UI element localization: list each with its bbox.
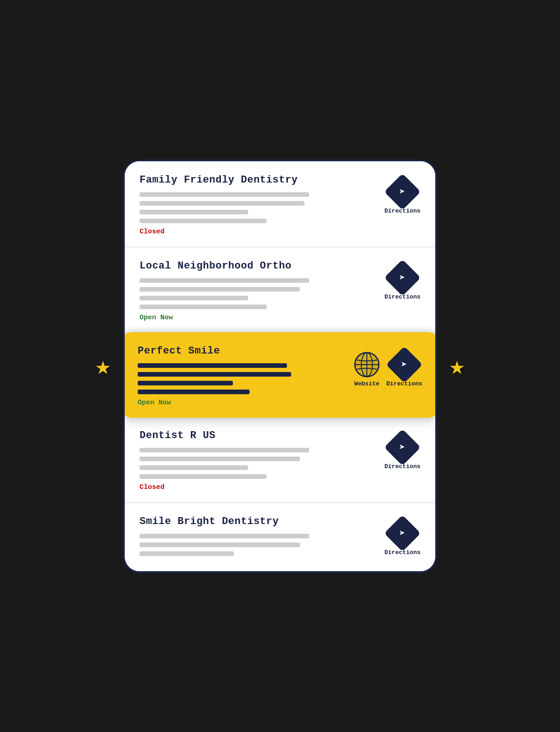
listing-item: Dentist R US Closed Directions xyxy=(125,417,435,503)
directions-button[interactable]: Directions xyxy=(384,520,420,556)
listing-actions: Directions xyxy=(384,520,420,556)
status-badge: Open Now xyxy=(140,314,375,322)
listing-content: Perfect Smile Open Now xyxy=(138,345,345,407)
website-icon xyxy=(354,352,380,378)
status-badge: Closed xyxy=(140,483,375,491)
info-line xyxy=(138,372,291,377)
info-line xyxy=(140,278,309,283)
website-label: Website xyxy=(354,380,380,387)
directions-button[interactable]: Directions xyxy=(386,352,422,387)
directions-icon xyxy=(386,346,422,383)
info-line xyxy=(138,381,233,385)
star-right-icon: ★ xyxy=(449,350,465,382)
listing-title: Perfect Smile xyxy=(138,345,345,357)
listing-item: Smile Bright Dentistry Directions xyxy=(125,503,435,571)
listing-item: Local Neighborhood Ortho Open Now Direct… xyxy=(125,247,435,333)
info-line xyxy=(140,296,248,300)
directions-icon xyxy=(384,515,420,551)
info-line xyxy=(140,219,267,223)
info-line xyxy=(140,210,248,214)
star-left-icon: ★ xyxy=(95,350,111,382)
website-button[interactable]: Website xyxy=(354,352,380,387)
phone-frame: Family Friendly Dentistry Closed Directi… xyxy=(123,159,437,573)
listing-actions: Website Directions xyxy=(354,352,422,387)
directions-button[interactable]: Directions xyxy=(384,179,420,214)
directions-button[interactable]: Directions xyxy=(384,434,420,470)
info-line xyxy=(140,201,304,206)
status-badge: Open Now xyxy=(138,399,345,407)
info-line xyxy=(138,363,287,368)
listing-actions: Directions xyxy=(384,265,420,300)
info-line xyxy=(140,474,267,479)
status-badge: Closed xyxy=(140,228,375,236)
listing-content: Smile Bright Dentistry xyxy=(140,516,375,560)
listings-scroll[interactable]: Family Friendly Dentistry Closed Directi… xyxy=(125,161,435,571)
directions-icon xyxy=(384,259,420,296)
info-line xyxy=(140,543,300,547)
listing-title: Local Neighborhood Ortho xyxy=(140,260,375,272)
directions-button[interactable]: Directions xyxy=(384,265,420,300)
directions-icon xyxy=(384,173,420,210)
info-line xyxy=(140,287,300,292)
listing-title: Family Friendly Dentistry xyxy=(140,174,375,186)
directions-icon xyxy=(384,429,420,465)
info-line xyxy=(140,457,300,461)
info-line xyxy=(140,465,248,470)
listing-title: Smile Bright Dentistry xyxy=(140,516,375,527)
info-line xyxy=(140,305,267,309)
featured-listing: Perfect Smile Open Now xyxy=(125,332,435,418)
info-line xyxy=(140,534,309,538)
info-line xyxy=(140,551,234,556)
listing-content: Family Friendly Dentistry Closed xyxy=(140,174,375,236)
info-line xyxy=(140,192,309,197)
listing-item: Family Friendly Dentistry Closed Directi… xyxy=(125,161,435,247)
listing-title: Dentist R US xyxy=(140,430,375,441)
listing-actions: Directions xyxy=(384,434,420,470)
info-line xyxy=(138,390,250,394)
listing-content: Local Neighborhood Ortho Open Now xyxy=(140,260,375,322)
listing-actions: Directions xyxy=(384,179,420,214)
info-line xyxy=(140,448,309,452)
listing-content: Dentist R US Closed xyxy=(140,430,375,491)
